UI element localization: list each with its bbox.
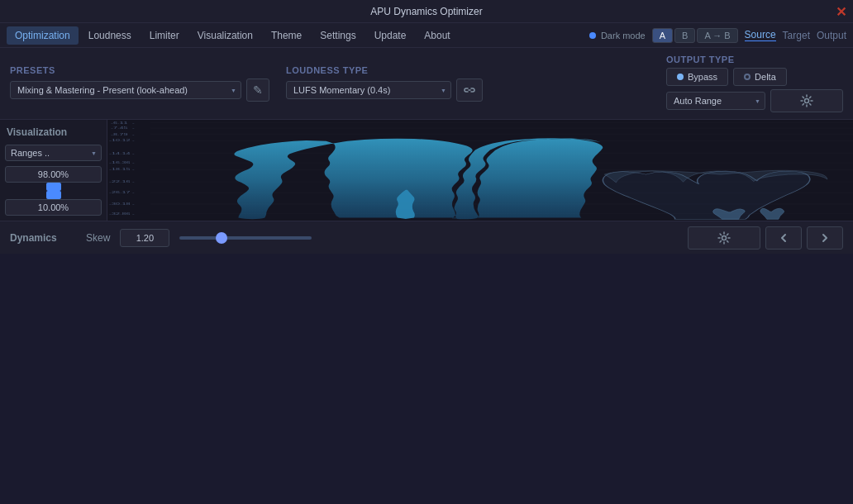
top-percent-display: 98.00% — [5, 166, 102, 183]
skew-slider[interactable] — [179, 236, 312, 240]
svg-text:-26.17: -26.17 — [109, 192, 131, 194]
preset-select-wrapper: Mixing & Mastering - Present (look-ahead… — [10, 81, 241, 99]
menu-limiter[interactable]: Limiter — [141, 26, 188, 45]
output-button[interactable]: Output — [817, 30, 846, 41]
presets-control-row: Mixing & Mastering - Present (look-ahead… — [10, 78, 269, 102]
svg-text:-32.86: -32.86 — [109, 212, 131, 215]
ranges-select-wrapper: Ranges .. — [5, 145, 102, 161]
dark-mode-label: Dark mode — [601, 31, 646, 40]
menu-about[interactable]: About — [416, 26, 458, 45]
svg-text:-: - — [132, 133, 135, 136]
bypass-radio-dot — [677, 74, 684, 80]
svg-text:-10.12: -10.12 — [109, 139, 131, 141]
link-icon — [464, 86, 475, 94]
controls-row: Presets Mixing & Mastering - Present (lo… — [0, 48, 853, 120]
ab-btn-group: A B A → B — [652, 28, 738, 43]
viz-slider-container — [5, 188, 102, 194]
menu-theme[interactable]: Theme — [263, 26, 310, 45]
prev-icon — [779, 233, 789, 243]
title-bar: APU Dynamics Optimizer ✕ — [0, 0, 853, 23]
loudness-link-button[interactable] — [456, 78, 483, 102]
svg-text:-6.11: -6.11 — [111, 121, 128, 124]
svg-text:-: - — [132, 121, 135, 124]
viz-sidebar-label: Visualization — [5, 125, 102, 140]
svg-text:-: - — [132, 192, 135, 194]
dynamics-label: Dynamics — [10, 232, 76, 244]
presets-group: Presets Mixing & Mastering - Present (lo… — [10, 65, 269, 102]
auto-range-select[interactable]: Auto Range — [666, 92, 765, 110]
bottom-right-buttons — [688, 226, 843, 250]
bottom-slider-thumb[interactable] — [46, 183, 61, 191]
loudness-select-wrapper: LUFS Momentary (0.4s) — [286, 81, 451, 99]
svg-text:-30.18: -30.18 — [109, 202, 131, 205]
delta-radio[interactable]: Delta — [733, 68, 787, 86]
toggle-dot — [589, 32, 596, 39]
viz-canvas: -6.11 - -7.45 - -8.79 - -10.12 - -14.14 … — [107, 120, 853, 221]
viz-sidebar: Visualization Ranges .. 98.00% 10.00% — [0, 120, 107, 221]
gear-icon — [800, 94, 813, 107]
bypass-radio[interactable]: Bypass — [666, 68, 728, 86]
skew-input[interactable] — [120, 229, 169, 247]
loudness-group: Loudness type LUFS Momentary (0.4s) — [286, 65, 483, 102]
presets-label: Presets — [10, 65, 269, 75]
delta-label: Delta — [755, 72, 776, 82]
svg-text:-18.15: -18.15 — [109, 169, 131, 171]
svg-text:-8.79: -8.79 — [111, 133, 128, 136]
menu-right-controls: Dark mode A B A → B Source Target Output — [589, 28, 846, 43]
menu-loudness[interactable]: Loudness — [80, 26, 140, 45]
output-gear-button[interactable] — [770, 89, 843, 112]
prev-button[interactable] — [765, 226, 802, 250]
dynamics-gear-icon — [717, 231, 731, 245]
viz-area: Visualization Ranges .. 98.00% 10.00% - — [0, 120, 853, 221]
output-radio-group: Bypass Delta — [666, 68, 843, 86]
next-icon — [820, 233, 830, 243]
next-button[interactable] — [807, 226, 843, 250]
waveform-svg: -6.11 - -7.45 - -8.79 - -10.12 - -14.14 … — [107, 120, 853, 221]
svg-text:-: - — [132, 169, 135, 171]
svg-text:-: - — [132, 203, 135, 206]
btn-a[interactable]: A — [652, 28, 673, 43]
svg-text:-: - — [132, 181, 135, 183]
skew-label: Skew — [86, 232, 110, 244]
menu-settings[interactable]: Settings — [312, 26, 364, 45]
svg-text:-: - — [132, 127, 135, 130]
preset-select[interactable]: Mixing & Mastering - Present (look-ahead… — [10, 81, 241, 99]
svg-text:-: - — [132, 162, 135, 164]
svg-point-34 — [722, 235, 727, 240]
svg-text:-14.14: -14.14 — [109, 152, 131, 155]
source-button[interactable]: Source — [745, 29, 776, 41]
bottom-bar: Dynamics Skew — [0, 221, 853, 254]
svg-text:-: - — [132, 152, 135, 155]
svg-text:-16.36: -16.36 — [109, 161, 131, 164]
output-group: Output type Bypass Delta Auto Range — [666, 55, 843, 112]
dynamics-gear-button[interactable] — [688, 226, 760, 250]
menu-update[interactable]: Update — [366, 26, 415, 45]
top-slider-thumb[interactable] — [46, 191, 61, 199]
auto-range-select-wrapper: Auto Range — [666, 92, 765, 110]
bypass-label: Bypass — [688, 72, 717, 82]
svg-point-0 — [805, 99, 809, 103]
svg-text:-7.45: -7.45 — [111, 126, 128, 129]
ranges-select[interactable]: Ranges .. — [5, 145, 102, 161]
preset-edit-button[interactable]: ✎ — [246, 78, 269, 102]
btn-ab[interactable]: A → B — [697, 28, 737, 43]
target-button[interactable]: Target — [783, 30, 810, 41]
menu-bar: Optimization Loudness Limiter Visualizat… — [0, 23, 853, 48]
btn-b[interactable]: B — [674, 28, 695, 43]
loudness-select[interactable]: LUFS Momentary (0.4s) — [286, 81, 451, 99]
delta-radio-dot — [744, 74, 751, 80]
svg-text:-: - — [132, 140, 135, 142]
menu-visualization[interactable]: Visualization — [189, 26, 261, 45]
svg-text:-: - — [132, 212, 135, 215]
loudness-label: Loudness type — [286, 65, 483, 75]
menu-optimization[interactable]: Optimization — [7, 26, 79, 45]
auto-range-row: Auto Range — [666, 89, 843, 112]
close-button[interactable]: ✕ — [836, 3, 846, 19]
svg-text:-22.16: -22.16 — [109, 181, 131, 183]
output-label: Output type — [666, 55, 843, 64]
window-title: APU Dynamics Optimizer — [370, 6, 482, 17]
bottom-percent-display: 10.00% — [5, 199, 102, 216]
loudness-control-row: LUFS Momentary (0.4s) — [286, 78, 483, 102]
dark-mode-toggle[interactable]: Dark mode — [589, 31, 646, 40]
